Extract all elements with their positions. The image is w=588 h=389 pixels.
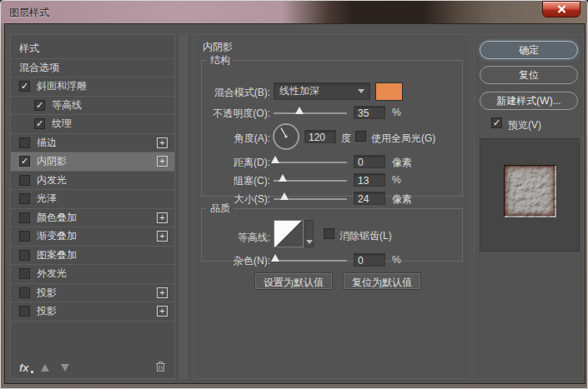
sidebar-item-label: 颜色叠加	[37, 211, 157, 225]
plus-icon[interactable]: +	[157, 306, 168, 317]
choke-slider-thumb[interactable]	[279, 174, 287, 182]
angle-label: 角度(A):	[202, 132, 270, 146]
sidebar-item[interactable]: 描边+	[11, 134, 174, 153]
quality-group: 品质 等高线: 消除锯齿(L) 杂色(N): 0 %	[201, 202, 463, 262]
distance-slider-thumb[interactable]	[271, 156, 279, 163]
inner-shadow-panel: 内阴影 结构 混合模式(B): 线性加深 不透明度(O): 35 % 角度	[193, 34, 470, 379]
chevron-down-icon	[306, 240, 313, 244]
sidebar-item[interactable]: ✓斜面和浮雕	[11, 77, 174, 97]
checkbox-icon[interactable]	[19, 306, 30, 317]
plus-icon[interactable]: +	[157, 231, 168, 242]
sidebar-item[interactable]: 渐变叠加+	[11, 227, 174, 247]
angle-value[interactable]: 120	[304, 130, 336, 143]
sidebar-item[interactable]: 投影+	[11, 302, 174, 322]
fx-menu-icon[interactable]: fx	[19, 362, 29, 374]
sidebar-item[interactable]: 图案叠加	[11, 247, 174, 266]
reset-button[interactable]: 复位	[480, 66, 578, 84]
sidebar-item[interactable]: 颜色叠加+	[11, 209, 174, 228]
sidebar-item-label: 描边	[37, 136, 157, 150]
opacity-unit: %	[392, 107, 401, 118]
inner-shadow-overlay	[505, 166, 555, 216]
reset-default-button[interactable]: 复位为默认值	[344, 273, 420, 289]
sidebar-item-label: 等高线	[52, 98, 174, 112]
sidebar-item[interactable]: 投影+	[11, 284, 174, 303]
plus-icon[interactable]: +	[157, 287, 168, 298]
sidebar-item-label: 样式	[19, 42, 174, 56]
plus-icon[interactable]: +	[157, 212, 168, 223]
checkbox-icon[interactable]	[19, 287, 30, 298]
sidebar-scrollbar[interactable]	[177, 34, 189, 379]
checkbox-icon[interactable]	[19, 268, 30, 279]
sidebar-item-label: 光泽	[37, 192, 174, 206]
sidebar-item-label: 斜面和浮雕	[37, 79, 174, 93]
move-up-icon[interactable]	[41, 364, 49, 372]
blend-mode-label: 混合模式(B):	[202, 86, 270, 100]
checkbox-checked-icon[interactable]: ✓	[34, 118, 45, 129]
size-slider[interactable]	[274, 198, 347, 200]
angle-dial[interactable]	[273, 123, 299, 150]
sidebar-item[interactable]: ✓内阴影+	[11, 152, 174, 172]
checkbox-icon[interactable]	[19, 212, 30, 223]
sidebar-item[interactable]: 混合选项	[11, 59, 174, 78]
contour-thumbnail[interactable]	[274, 220, 304, 247]
preview-area	[480, 138, 580, 252]
noise-label: 杂色(N):	[202, 254, 270, 268]
sidebar-item-label: 投影	[37, 304, 157, 318]
sidebar-item[interactable]: 内发光	[11, 172, 174, 191]
checkbox-icon[interactable]	[19, 231, 30, 242]
close-icon	[557, 5, 566, 13]
opacity-label: 不透明度(O):	[202, 107, 270, 121]
make-default-button[interactable]: 设置为默认值	[255, 273, 332, 289]
checkbox-icon[interactable]	[19, 250, 30, 261]
noise-slider-thumb[interactable]	[271, 254, 279, 262]
quality-legend: 品质	[207, 202, 234, 216]
ok-button[interactable]: 确定	[480, 41, 578, 59]
choke-slider[interactable]	[274, 180, 347, 182]
sidebar-item[interactable]: ✓纹理	[11, 115, 174, 134]
distance-value[interactable]: 0	[354, 155, 385, 168]
anti-alias-checkbox[interactable]	[324, 228, 334, 239]
structure-legend: 结构	[207, 53, 234, 67]
noise-value[interactable]: 0	[354, 253, 385, 267]
opacity-value[interactable]: 35	[354, 106, 385, 119]
blend-mode-dropdown[interactable]: 线性加深	[274, 82, 370, 100]
noise-unit: %	[392, 254, 401, 266]
shadow-color-swatch[interactable]	[375, 82, 403, 101]
contour-dropdown-button[interactable]	[304, 220, 314, 247]
sidebar-item-label: 内阴影	[37, 154, 157, 168]
opacity-slider[interactable]	[274, 112, 347, 114]
dialog-body: 样式混合选项✓斜面和浮雕✓等高线✓纹理描边+✓内阴影+内发光光泽颜色叠加+渐变叠…	[4, 23, 585, 384]
new-style-button[interactable]: 新建样式(W)...	[480, 92, 578, 110]
checkbox-checked-icon[interactable]: ✓	[19, 156, 30, 167]
angle-needle-icon	[274, 125, 298, 148]
close-button[interactable]	[542, 1, 580, 17]
sidebar-item-label: 外发光	[37, 267, 174, 281]
plus-icon[interactable]: +	[157, 156, 168, 167]
sidebar-item-label: 图案叠加	[37, 248, 174, 262]
sidebar-item[interactable]: ✓等高线	[11, 97, 174, 116]
checkbox-checked-icon[interactable]: ✓	[19, 81, 30, 92]
checkbox-checked-icon[interactable]: ✓	[34, 100, 45, 111]
titlebar: 图层样式	[1, 1, 587, 23]
checkbox-icon[interactable]	[19, 193, 30, 204]
use-global-light-checkbox[interactable]	[355, 131, 366, 142]
choke-value[interactable]: 13	[354, 173, 385, 187]
opacity-slider-thumb[interactable]	[295, 107, 304, 114]
delete-effect-button[interactable]	[155, 361, 166, 375]
distance-slider[interactable]	[274, 162, 347, 163]
checkbox-icon[interactable]	[19, 175, 30, 186]
size-slider-thumb[interactable]	[280, 192, 289, 200]
sidebar-item-label: 混合选项	[19, 61, 174, 75]
structure-group: 结构 混合模式(B): 线性加深 不透明度(O): 35 % 角度(A):	[201, 53, 463, 197]
move-down-icon[interactable]	[61, 364, 69, 372]
noise-slider[interactable]	[274, 260, 347, 262]
sidebar-item[interactable]: 外发光	[11, 265, 174, 284]
checkbox-icon[interactable]	[19, 137, 30, 148]
trash-icon	[155, 361, 166, 372]
sidebar-item-label: 内发光	[37, 173, 174, 187]
sidebar-item[interactable]: 样式	[11, 40, 174, 59]
anti-alias-label: 消除锯齿(L)	[339, 229, 392, 243]
preview-checkbox[interactable]: ✓	[491, 117, 502, 128]
plus-icon[interactable]: +	[157, 137, 168, 148]
sidebar-item[interactable]: 光泽	[11, 190, 174, 209]
